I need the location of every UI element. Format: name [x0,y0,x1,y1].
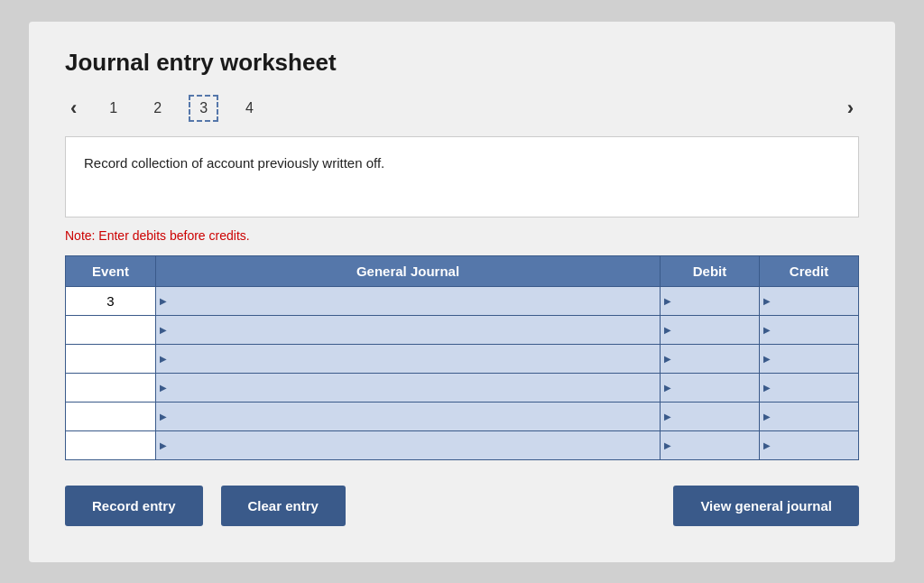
tab-3[interactable]: 3 [189,95,218,122]
gj-cell-2[interactable] [156,315,661,344]
table-row [66,430,859,459]
event-cell-6 [66,430,156,459]
next-arrow[interactable]: › [842,95,859,122]
credit-cell-6[interactable] [760,430,859,459]
credit-cell-2[interactable] [760,315,859,344]
tab-1[interactable]: 1 [100,97,126,120]
header-debit: Debit [661,255,760,286]
table-row [66,315,859,344]
table-row [66,373,859,402]
gj-cell-5[interactable] [156,402,661,430]
gj-cell-4[interactable] [156,373,661,402]
event-cell-3 [66,344,156,373]
clear-entry-button[interactable]: Clear entry [221,486,346,526]
instruction-box: Record collection of account previously … [65,136,859,217]
header-event: Event [66,255,156,286]
credit-cell-4[interactable] [760,373,859,402]
view-general-journal-button[interactable]: View general journal [673,486,859,526]
table-row: 3 [66,286,859,315]
button-row: Record entry Clear entry View general jo… [65,486,859,526]
event-cell-1: 3 [66,286,156,315]
debit-cell-3[interactable] [661,344,760,373]
record-entry-button[interactable]: Record entry [65,486,203,526]
tab-4[interactable]: 4 [236,97,263,120]
note-text: Note: Enter debits before credits. [65,228,859,243]
event-cell-2 [66,315,156,344]
debit-cell-1[interactable] [661,286,760,315]
debit-cell-4[interactable] [661,373,760,402]
table-row [66,344,859,373]
credit-cell-5[interactable] [760,402,859,430]
gj-cell-6[interactable] [156,430,661,459]
header-credit: Credit [760,255,859,286]
event-cell-5 [66,402,156,430]
main-container: Journal entry worksheet ‹ 1 2 3 4 › Reco… [29,22,895,562]
gj-cell-3[interactable] [156,344,661,373]
debit-cell-6[interactable] [661,430,760,459]
debit-cell-5[interactable] [661,402,760,430]
debit-cell-2[interactable] [661,315,760,344]
event-cell-4 [66,373,156,402]
tab-navigation: ‹ 1 2 3 4 › [65,95,859,122]
table-row [66,402,859,430]
prev-arrow[interactable]: ‹ [65,95,82,122]
page-title: Journal entry worksheet [65,49,859,77]
credit-cell-1[interactable] [760,286,859,315]
instruction-text: Record collection of account previously … [84,155,384,171]
gj-cell-1[interactable] [156,286,661,315]
credit-cell-3[interactable] [760,344,859,373]
journal-table: Event General Journal Debit Credit 3 [65,255,859,460]
tab-2[interactable]: 2 [144,97,171,120]
header-general-journal: General Journal [156,255,661,286]
